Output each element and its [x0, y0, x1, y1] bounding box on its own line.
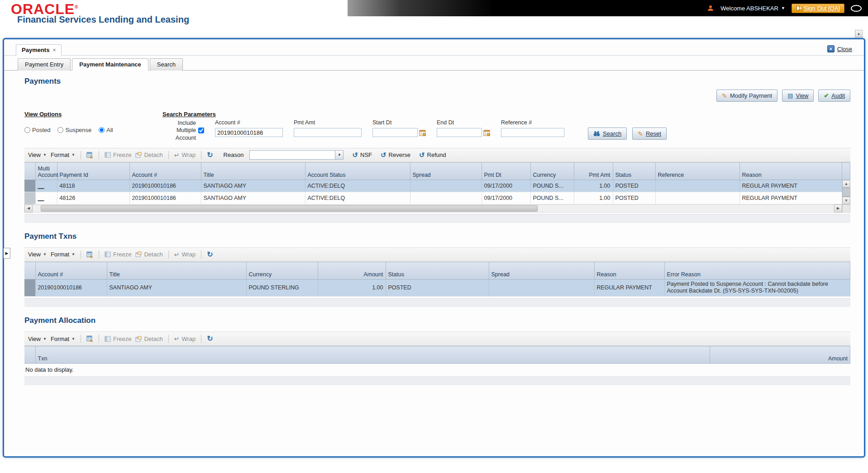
payments-actions: ✎ Modify Payment ▤ View ✔ Audit	[24, 90, 850, 102]
tab-payment-entry[interactable]: Payment Entry	[18, 58, 71, 71]
col-spread[interactable]: Spread	[489, 262, 594, 279]
export-icon[interactable]	[86, 251, 93, 258]
reset-button[interactable]: ✎ Reset	[632, 128, 667, 140]
wrap-button[interactable]: ↵ Wrap	[174, 151, 196, 158]
signout-button[interactable]: Sign Out [QA]	[792, 4, 844, 13]
scroll-right-icon[interactable]: ▶	[834, 204, 842, 213]
col-pmt-dt[interactable]: Pmt Dt	[482, 162, 530, 180]
radio-all[interactable]: All	[99, 127, 113, 133]
audit-button[interactable]: ✔ Audit	[818, 90, 850, 102]
col-status[interactable]: Status	[386, 262, 489, 279]
tab-payments[interactable]: Payments ×	[16, 44, 62, 56]
refresh-button[interactable]: ↻	[207, 151, 213, 159]
pmt-amt-input[interactable]	[294, 128, 362, 137]
include-multiple-account-checkbox[interactable]	[198, 119, 204, 142]
col-amount[interactable]: Amount	[318, 262, 386, 279]
col-account[interactable]: Account #	[35, 262, 107, 279]
payments-table-row[interactable]: __ 48126 20190100010186 SANTIAGO AMY ACT…	[24, 192, 842, 204]
refresh-button[interactable]: ↻	[207, 335, 213, 342]
payments-table-hscrollbar[interactable]: ◀ ▶	[24, 204, 850, 213]
col-payment-id[interactable]: Payment Id	[57, 162, 129, 180]
export-icon[interactable]	[86, 152, 93, 158]
reference-input[interactable]	[501, 128, 564, 137]
nsf-button[interactable]: ↺ NSF	[352, 151, 372, 158]
vscrollbar-thumb[interactable]	[842, 188, 850, 197]
freeze-button[interactable]: Freeze	[105, 151, 131, 158]
payments-table-row[interactable]: __ 48118 20190100010186 SANTIAGO AMY ACT…	[24, 180, 842, 192]
col-spread[interactable]: Spread	[410, 162, 482, 180]
search-button[interactable]: Search	[588, 128, 627, 140]
radio-posted[interactable]: Posted	[24, 127, 50, 133]
col-title[interactable]: Title	[107, 262, 246, 279]
close-button[interactable]: × Close	[827, 45, 852, 52]
account-input[interactable]	[215, 128, 283, 137]
freeze-button[interactable]: Freeze	[105, 251, 131, 258]
tab-close-icon[interactable]: ×	[52, 47, 56, 53]
payments-table-vscrollbar[interactable]: ▲ ▼	[842, 162, 850, 204]
refund-button[interactable]: ↺ Refund	[419, 151, 446, 158]
row-selector[interactable]	[24, 192, 35, 204]
freeze-button[interactable]: Freeze	[105, 336, 131, 342]
radio-suspense-input[interactable]	[57, 127, 63, 133]
reverse-button[interactable]: ↺ Reverse	[381, 151, 410, 158]
row-selector[interactable]	[24, 279, 35, 296]
col-reference[interactable]: Reference	[655, 162, 739, 180]
chevron-down-icon[interactable]: ▼	[335, 150, 343, 160]
hscrollbar-thumb[interactable]	[41, 205, 538, 212]
radio-posted-input[interactable]	[24, 127, 30, 133]
payment-txns-row[interactable]: 20190100010186 SANTIAGO AMY POUND STERLI…	[24, 279, 850, 296]
col-account-status[interactable]: Account Status	[305, 162, 410, 180]
detach-button[interactable]: Detach	[135, 251, 162, 258]
panel-collapse-handle[interactable]: ▶	[4, 248, 10, 259]
export-icon[interactable]	[86, 336, 93, 342]
col-currency[interactable]: Currency	[246, 262, 318, 279]
calendar-icon[interactable]	[483, 129, 490, 136]
toolbar-view-menu[interactable]: View▼	[28, 251, 47, 258]
col-status[interactable]: Status	[613, 162, 655, 180]
toolbar-format-menu[interactable]: Format▼	[51, 336, 75, 342]
col-reason[interactable]: Reason	[594, 262, 664, 279]
col-title[interactable]: Title	[201, 162, 305, 180]
page-scroll-up-button[interactable]: ▲	[855, 30, 863, 38]
refresh-button[interactable]: ↻	[207, 251, 213, 258]
col-amount[interactable]: Amount	[710, 346, 850, 364]
toolbar-format-menu[interactable]: Format▼	[51, 251, 75, 258]
end-dt-input[interactable]	[437, 128, 482, 137]
col-account[interactable]: Account #	[129, 162, 201, 180]
wrap-button[interactable]: ↵ Wrap	[174, 251, 196, 258]
wrap-button[interactable]: ↵ Wrap	[174, 336, 196, 342]
col-currency[interactable]: Currency	[530, 162, 574, 180]
col-error-reason[interactable]: Error Reason	[664, 262, 850, 279]
tab-search[interactable]: Search	[150, 58, 183, 71]
radio-all-input[interactable]	[99, 127, 105, 133]
toolbar-view-menu[interactable]: View▼	[28, 151, 47, 158]
hscrollbar-track[interactable]	[33, 204, 834, 213]
col-pmt-amt[interactable]: Pmt Amt	[574, 162, 613, 180]
view-button[interactable]: ▤ View	[782, 90, 814, 102]
toolbar-format-menu[interactable]: Format▼	[51, 151, 75, 158]
scroll-left-icon[interactable]: ◀	[24, 204, 33, 213]
detach-button[interactable]: Detach	[135, 151, 162, 158]
col-multi-account[interactable]: Multi Account	[35, 162, 57, 180]
detach-button[interactable]: Detach	[135, 336, 162, 342]
payment-allocation-title: Payment Allocation	[24, 316, 850, 325]
radio-suspense[interactable]: Suspense	[57, 127, 91, 133]
col-reason[interactable]: Reason	[739, 162, 842, 180]
start-dt-input[interactable]	[372, 128, 418, 137]
toolbar-view-menu[interactable]: View▼	[28, 336, 47, 342]
welcome-menu[interactable]: Welcome ABSHEKAR ▼	[720, 5, 785, 12]
reason-dropdown-value[interactable]	[249, 150, 335, 160]
scroll-up-icon[interactable]: ▲	[842, 180, 850, 188]
tab-search-label: Search	[157, 61, 176, 68]
scroll-down-icon[interactable]: ▼	[842, 197, 850, 204]
reason-dropdown[interactable]: ▼	[249, 150, 343, 160]
radio-suspense-label: Suspense	[65, 127, 91, 133]
col-txn[interactable]: Txn	[35, 346, 710, 364]
grid-footer-band	[24, 376, 850, 385]
row-selector[interactable]	[24, 180, 35, 192]
grid-footer-band	[24, 298, 850, 307]
modify-payment-button[interactable]: ✎ Modify Payment	[716, 90, 777, 102]
calendar-icon[interactable]	[419, 129, 426, 136]
tab-payment-maintenance[interactable]: Payment Maintenance	[72, 58, 148, 71]
radio-posted-label: Posted	[32, 127, 50, 133]
